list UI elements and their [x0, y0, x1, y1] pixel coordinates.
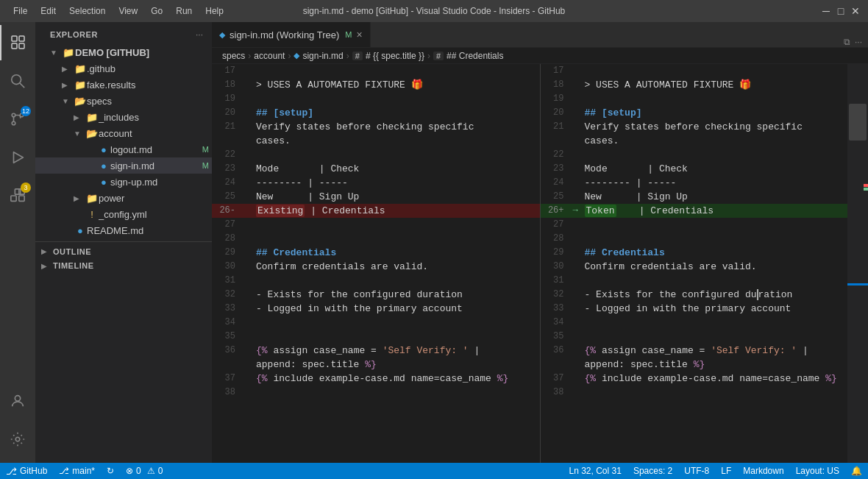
- status-errors[interactable]: ⊗ 0 ⚠ 0: [120, 463, 168, 479]
- status-notifications[interactable]: 🔔: [845, 463, 868, 479]
- line-30-left: 30 Confirm credentials are valid.: [212, 260, 540, 274]
- more-actions-icon[interactable]: ···: [855, 37, 862, 47]
- activity-explorer[interactable]: [0, 25, 35, 60]
- github-icon: ⎇: [6, 466, 17, 477]
- menu-bar[interactable]: File Edit Selection View Go Run Help: [7, 4, 230, 18]
- bell-icon: 🔔: [851, 466, 862, 476]
- editor-area: ◆ sign-in.md (Working Tree) M × ⧉ ··· sp…: [212, 22, 868, 463]
- line-36b-left: append: spec.title %}: [212, 358, 540, 372]
- svg-rect-10: [11, 196, 16, 201]
- win-maximize[interactable]: □: [836, 6, 846, 16]
- sidebar-item-config[interactable]: ! _config.yml: [35, 206, 212, 222]
- breadcrumb-spec-title[interactable]: # {{ spec.title }}: [366, 51, 424, 61]
- svg-rect-11: [19, 196, 24, 201]
- activity-run[interactable]: [0, 140, 35, 175]
- status-eol[interactable]: LF: [715, 463, 737, 479]
- menu-help[interactable]: Help: [199, 4, 230, 18]
- tab-close-button[interactable]: ×: [356, 29, 362, 40]
- tab-actions[interactable]: ⧉ ···: [844, 37, 868, 47]
- line-21-left: 21 Verify states before checking specifi…: [212, 120, 540, 134]
- line-27-right: 27: [541, 218, 848, 232]
- breadcrumb-hash: #: [352, 52, 363, 60]
- menu-view[interactable]: View: [113, 4, 143, 18]
- folder-icon: 📁: [74, 79, 87, 91]
- menu-run[interactable]: Run: [170, 4, 198, 18]
- breadcrumb-account[interactable]: account: [254, 51, 285, 61]
- sidebar-item-fake[interactable]: ▶ 📁 fake.results: [35, 77, 212, 93]
- status-spaces[interactable]: Spaces: 2: [627, 463, 678, 479]
- sidebar-item-signup[interactable]: ● sign-up.md: [35, 174, 212, 190]
- split-editor-icon[interactable]: ⧉: [844, 37, 850, 47]
- status-right: Ln 32, Col 31 Spaces: 2 UTF-8 LF Markdow…: [563, 463, 868, 479]
- status-position[interactable]: Ln 32, Col 31: [563, 463, 627, 479]
- line-18-right: 18 > USES A AUTOMATED FIXTURE 🎁: [541, 78, 848, 92]
- sidebar-item-signin[interactable]: ● sign-in.md M: [35, 157, 212, 174]
- menu-go[interactable]: Go: [145, 4, 168, 18]
- timeline-section[interactable]: ▶ TIMELINE: [35, 258, 212, 274]
- line-36-left: 36 {% assign case_name = 'Self Verify: '…: [212, 344, 540, 358]
- win-close[interactable]: ✕: [850, 6, 861, 16]
- status-left: ⎇ GitHub ⎇ main* ↻ ⊗ 0 ⚠ 0: [0, 463, 168, 479]
- editor-pane-right: 17 18 > USES A AUTOMATED FIXTURE 🎁 19: [540, 64, 869, 463]
- status-github[interactable]: ⎇ GitHub: [0, 463, 53, 479]
- warning-icon: ⚠: [147, 466, 155, 476]
- window-controls[interactable]: ─ □ ✕: [821, 6, 861, 16]
- breadcrumb-specs[interactable]: specs: [222, 51, 245, 61]
- tab-signin[interactable]: ◆ sign-in.md (Working Tree) M ×: [212, 22, 371, 47]
- line-38-right: 38: [541, 386, 848, 400]
- outline-section[interactable]: ▶ OUTLINE: [35, 241, 212, 258]
- line-29-left: 29 ## Credentials: [212, 246, 540, 260]
- line-21b-right: cases.: [541, 134, 848, 148]
- sidebar-actions[interactable]: ···: [196, 29, 203, 40]
- md-file-icon: ●: [97, 177, 110, 188]
- sidebar-item-logout[interactable]: ● logout.md M: [35, 141, 212, 157]
- tree-root[interactable]: ▼ 📁 DEMO [GITHUB]: [35, 44, 212, 60]
- error-count: 0: [136, 466, 141, 476]
- activity-settings[interactable]: [0, 422, 35, 457]
- line-34-right: 34: [541, 316, 848, 330]
- status-layout[interactable]: Layout: US: [790, 463, 845, 479]
- line-21-right: 21 Verify states before checking specifi…: [541, 120, 848, 134]
- menu-file[interactable]: File: [7, 4, 33, 18]
- activity-accounts[interactable]: [0, 383, 35, 419]
- activity-extensions[interactable]: 3: [0, 178, 35, 213]
- sidebar-more-icon[interactable]: ···: [196, 29, 203, 40]
- sidebar-item-power[interactable]: ▶ 📁 power: [35, 190, 212, 206]
- tab-bar: ◆ sign-in.md (Working Tree) M × ⧉ ···: [212, 22, 868, 48]
- activity-search[interactable]: [0, 63, 35, 99]
- svg-point-4: [12, 75, 21, 85]
- editor-content-right[interactable]: 17 18 > USES A AUTOMATED FIXTURE 🎁 19: [541, 64, 848, 463]
- win-minimize[interactable]: ─: [821, 6, 831, 16]
- line-18-left: 18 > USES A AUTOMATED FIXTURE 🎁: [212, 78, 540, 92]
- sidebar-item-account[interactable]: ▼ 📂 account: [35, 125, 212, 141]
- line-36-right: 36 {% assign case_name = 'Self Verify: '…: [541, 344, 848, 358]
- breadcrumb-hash2: #: [433, 52, 444, 60]
- status-language[interactable]: Markdown: [737, 463, 789, 479]
- editor-content-left[interactable]: 17 18 > USES A AUTOMATED FIXTURE 🎁 19: [212, 64, 540, 463]
- sidebar-item-specs[interactable]: ▼ 📂 specs: [35, 93, 212, 109]
- sidebar-item-github[interactable]: ▶ 📁 .github: [35, 60, 212, 77]
- status-sync[interactable]: ↻: [101, 463, 120, 479]
- activity-git[interactable]: 12: [0, 102, 35, 137]
- line-30-right: 30 Confirm credentials are valid.: [541, 260, 848, 274]
- extensions-badge: 3: [21, 182, 31, 193]
- status-encoding[interactable]: UTF-8: [678, 463, 715, 479]
- line-17-right: 17: [541, 64, 848, 78]
- sidebar-header: Explorer ···: [35, 22, 212, 44]
- md-file-icon: ●: [97, 144, 110, 155]
- breadcrumb-credentials[interactable]: ## Credentials: [447, 51, 503, 61]
- svg-line-5: [20, 83, 24, 88]
- scrollbar-area[interactable]: [847, 64, 868, 463]
- line-25-left: 25 New | Sign Up: [212, 190, 540, 204]
- sidebar-item-includes[interactable]: ▶ 📁 _includes: [35, 109, 212, 125]
- svg-point-14: [15, 396, 20, 401]
- tab-label: sign-in.md (Working Tree): [230, 29, 339, 40]
- menu-edit[interactable]: Edit: [35, 4, 62, 18]
- menu-selection[interactable]: Selection: [63, 4, 111, 18]
- status-branch[interactable]: ⎇ main*: [53, 463, 101, 479]
- line-31-right: 31: [541, 274, 848, 288]
- breadcrumb-file[interactable]: sign-in.md: [302, 51, 343, 61]
- line-28-right: 28: [541, 232, 848, 246]
- sidebar-item-readme[interactable]: ● README.md: [35, 222, 212, 238]
- scroll-thumb[interactable]: [849, 104, 867, 141]
